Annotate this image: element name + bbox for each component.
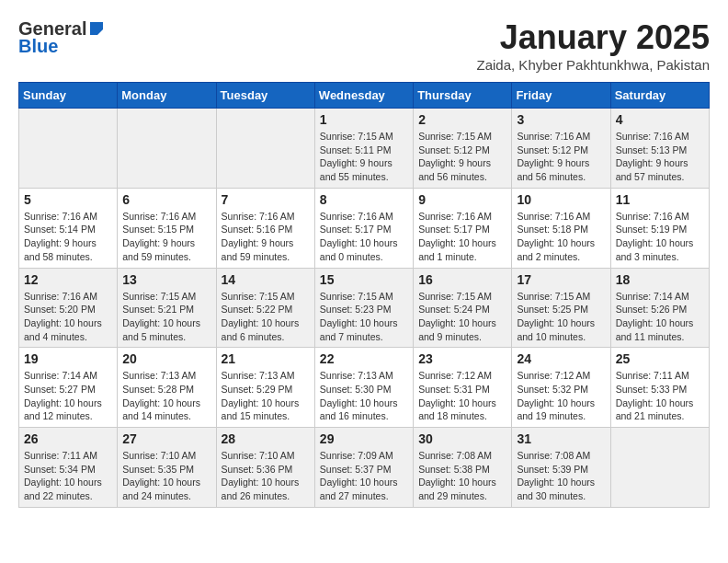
cell-info-text: Sunrise: 7:16 AM Sunset: 5:17 PM Dayligh… (320, 210, 408, 264)
cell-day-number: 20 (122, 351, 210, 366)
logo-blue: Blue (18, 36, 58, 57)
cell-info-text: Sunrise: 7:11 AM Sunset: 5:33 PM Dayligh… (616, 369, 704, 423)
cell-info-text: Sunrise: 7:16 AM Sunset: 5:12 PM Dayligh… (517, 130, 605, 184)
calendar-cell: 13Sunrise: 7:15 AM Sunset: 5:21 PM Dayli… (118, 268, 216, 348)
calendar-title: January 2025 (477, 18, 710, 57)
cell-info-text: Sunrise: 7:16 AM Sunset: 5:17 PM Dayligh… (418, 210, 506, 264)
cell-day-number: 2 (418, 112, 506, 127)
cell-day-number: 19 (24, 351, 112, 366)
cell-info-text: Sunrise: 7:14 AM Sunset: 5:27 PM Dayligh… (24, 369, 112, 423)
svg-marker-0 (90, 22, 103, 35)
cell-info-text: Sunrise: 7:08 AM Sunset: 5:38 PM Dayligh… (418, 449, 506, 503)
weekday-header: Thursday (414, 83, 512, 109)
calendar-cell: 9Sunrise: 7:16 AM Sunset: 5:17 PM Daylig… (414, 188, 512, 268)
cell-day-number: 3 (517, 112, 605, 127)
cell-info-text: Sunrise: 7:13 AM Sunset: 5:30 PM Dayligh… (320, 369, 408, 423)
calendar-cell: 30Sunrise: 7:08 AM Sunset: 5:38 PM Dayli… (414, 428, 512, 508)
calendar-week-row: 1Sunrise: 7:15 AM Sunset: 5:11 PM Daylig… (19, 109, 710, 189)
weekday-header: Wednesday (314, 83, 413, 109)
calendar-cell: 26Sunrise: 7:11 AM Sunset: 5:34 PM Dayli… (19, 428, 118, 508)
calendar-cell: 27Sunrise: 7:10 AM Sunset: 5:35 PM Dayli… (118, 428, 216, 508)
cell-day-number: 18 (616, 272, 704, 287)
cell-info-text: Sunrise: 7:14 AM Sunset: 5:26 PM Dayligh… (616, 290, 704, 344)
cell-day-number: 9 (418, 192, 506, 207)
calendar-subtitle: Zaida, Khyber Pakhtunkhwa, Pakistan (477, 57, 710, 73)
calendar-week-row: 12Sunrise: 7:16 AM Sunset: 5:20 PM Dayli… (19, 268, 710, 348)
calendar-cell: 28Sunrise: 7:10 AM Sunset: 5:36 PM Dayli… (216, 428, 314, 508)
cell-info-text: Sunrise: 7:08 AM Sunset: 5:39 PM Dayligh… (517, 449, 605, 503)
calendar-cell: 6Sunrise: 7:16 AM Sunset: 5:15 PM Daylig… (118, 188, 216, 268)
calendar-cell: 17Sunrise: 7:15 AM Sunset: 5:25 PM Dayli… (512, 268, 610, 348)
calendar-cell: 8Sunrise: 7:16 AM Sunset: 5:17 PM Daylig… (314, 188, 413, 268)
calendar-cell (118, 109, 216, 189)
calendar-cell: 18Sunrise: 7:14 AM Sunset: 5:26 PM Dayli… (610, 268, 709, 348)
calendar-cell: 23Sunrise: 7:12 AM Sunset: 5:31 PM Dayli… (414, 348, 512, 428)
cell-info-text: Sunrise: 7:13 AM Sunset: 5:29 PM Dayligh… (222, 369, 310, 423)
calendar-cell: 24Sunrise: 7:12 AM Sunset: 5:32 PM Dayli… (512, 348, 610, 428)
cell-info-text: Sunrise: 7:15 AM Sunset: 5:12 PM Dayligh… (418, 130, 506, 184)
calendar-cell: 21Sunrise: 7:13 AM Sunset: 5:29 PM Dayli… (216, 348, 314, 428)
cell-info-text: Sunrise: 7:15 AM Sunset: 5:21 PM Dayligh… (122, 290, 210, 344)
cell-info-text: Sunrise: 7:09 AM Sunset: 5:37 PM Dayligh… (320, 449, 408, 503)
cell-day-number: 26 (24, 431, 112, 446)
cell-info-text: Sunrise: 7:16 AM Sunset: 5:16 PM Dayligh… (222, 210, 310, 264)
calendar-table: SundayMondayTuesdayWednesdayThursdayFrid… (18, 82, 710, 508)
calendar-cell: 25Sunrise: 7:11 AM Sunset: 5:33 PM Dayli… (610, 348, 709, 428)
cell-day-number: 6 (122, 192, 210, 207)
cell-day-number: 14 (222, 272, 310, 287)
calendar-cell: 12Sunrise: 7:16 AM Sunset: 5:20 PM Dayli… (19, 268, 118, 348)
cell-day-number: 23 (418, 351, 506, 366)
cell-day-number: 30 (418, 431, 506, 446)
cell-info-text: Sunrise: 7:16 AM Sunset: 5:18 PM Dayligh… (517, 210, 605, 264)
cell-info-text: Sunrise: 7:15 AM Sunset: 5:25 PM Dayligh… (517, 290, 605, 344)
cell-day-number: 5 (24, 192, 112, 207)
cell-info-text: Sunrise: 7:12 AM Sunset: 5:31 PM Dayligh… (418, 369, 506, 423)
cell-day-number: 29 (320, 431, 408, 446)
page-header: General Blue January 2025 Zaida, Khyber … (18, 18, 710, 73)
cell-day-number: 31 (517, 431, 605, 446)
cell-day-number: 17 (517, 272, 605, 287)
calendar-cell: 5Sunrise: 7:16 AM Sunset: 5:14 PM Daylig… (19, 188, 118, 268)
cell-info-text: Sunrise: 7:10 AM Sunset: 5:35 PM Dayligh… (122, 449, 210, 503)
cell-day-number: 8 (320, 192, 408, 207)
weekday-header: Friday (512, 83, 610, 109)
calendar-cell: 3Sunrise: 7:16 AM Sunset: 5:12 PM Daylig… (512, 109, 610, 189)
cell-info-text: Sunrise: 7:10 AM Sunset: 5:36 PM Dayligh… (222, 449, 310, 503)
cell-info-text: Sunrise: 7:15 AM Sunset: 5:24 PM Dayligh… (418, 290, 506, 344)
calendar-cell: 7Sunrise: 7:16 AM Sunset: 5:16 PM Daylig… (216, 188, 314, 268)
cell-day-number: 28 (222, 431, 310, 446)
calendar-cell: 20Sunrise: 7:13 AM Sunset: 5:28 PM Dayli… (118, 348, 216, 428)
calendar-cell: 14Sunrise: 7:15 AM Sunset: 5:22 PM Dayli… (216, 268, 314, 348)
calendar-cell: 10Sunrise: 7:16 AM Sunset: 5:18 PM Dayli… (512, 188, 610, 268)
calendar-week-row: 5Sunrise: 7:16 AM Sunset: 5:14 PM Daylig… (19, 188, 710, 268)
logo: General Blue (18, 18, 105, 57)
cell-day-number: 1 (320, 112, 408, 127)
weekday-header: Tuesday (216, 83, 314, 109)
calendar-cell: 4Sunrise: 7:16 AM Sunset: 5:13 PM Daylig… (610, 109, 709, 189)
cell-day-number: 10 (517, 192, 605, 207)
logo-icon (88, 20, 105, 37)
cell-info-text: Sunrise: 7:12 AM Sunset: 5:32 PM Dayligh… (517, 369, 605, 423)
cell-day-number: 7 (222, 192, 310, 207)
cell-day-number: 12 (24, 272, 112, 287)
calendar-cell (216, 109, 314, 189)
cell-day-number: 22 (320, 351, 408, 366)
cell-day-number: 24 (517, 351, 605, 366)
calendar-cell: 16Sunrise: 7:15 AM Sunset: 5:24 PM Dayli… (414, 268, 512, 348)
calendar-cell: 31Sunrise: 7:08 AM Sunset: 5:39 PM Dayli… (512, 428, 610, 508)
calendar-cell (610, 428, 709, 508)
cell-info-text: Sunrise: 7:16 AM Sunset: 5:14 PM Dayligh… (24, 210, 112, 264)
calendar-cell: 15Sunrise: 7:15 AM Sunset: 5:23 PM Dayli… (314, 268, 413, 348)
cell-info-text: Sunrise: 7:15 AM Sunset: 5:22 PM Dayligh… (222, 290, 310, 344)
calendar-week-row: 19Sunrise: 7:14 AM Sunset: 5:27 PM Dayli… (19, 348, 710, 428)
title-section: January 2025 Zaida, Khyber Pakhtunkhwa, … (477, 18, 710, 73)
cell-info-text: Sunrise: 7:11 AM Sunset: 5:34 PM Dayligh… (24, 449, 112, 503)
cell-info-text: Sunrise: 7:15 AM Sunset: 5:23 PM Dayligh… (320, 290, 408, 344)
weekday-header-row: SundayMondayTuesdayWednesdayThursdayFrid… (19, 83, 710, 109)
calendar-week-row: 26Sunrise: 7:11 AM Sunset: 5:34 PM Dayli… (19, 428, 710, 508)
cell-info-text: Sunrise: 7:13 AM Sunset: 5:28 PM Dayligh… (122, 369, 210, 423)
cell-day-number: 16 (418, 272, 506, 287)
cell-day-number: 21 (222, 351, 310, 366)
weekday-header: Sunday (19, 83, 118, 109)
cell-day-number: 27 (122, 431, 210, 446)
